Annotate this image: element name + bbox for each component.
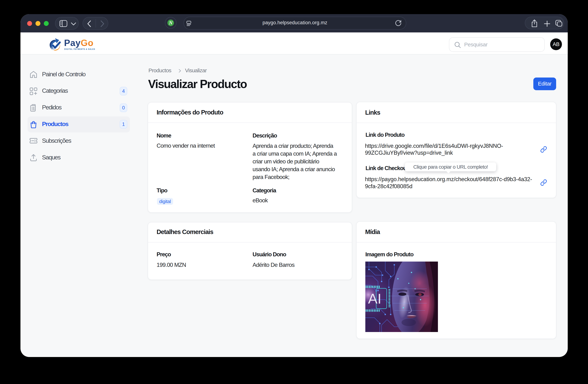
svg-text:AI: AI (368, 291, 381, 307)
